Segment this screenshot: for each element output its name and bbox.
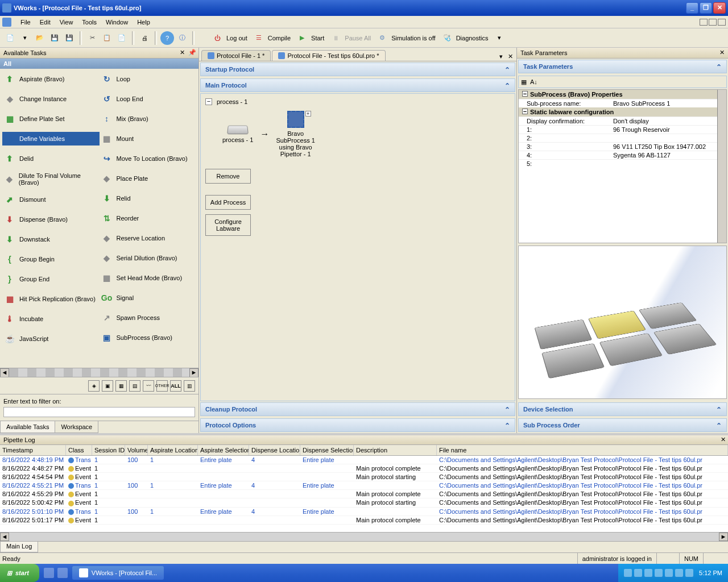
log-row[interactable]: 8/16/2022 5:01:17 PMEvent1Main protocol … bbox=[0, 516, 728, 525]
filter-icon-2[interactable]: ▣ bbox=[102, 380, 113, 392]
filter-input[interactable] bbox=[3, 407, 195, 417]
process-node[interactable]: process - 1 bbox=[222, 125, 253, 143]
property-group[interactable]: −Static labware configuration bbox=[519, 107, 726, 117]
property-row[interactable]: Sub-process name:Bravo SubProcess 1 bbox=[519, 99, 726, 107]
log-column-header[interactable]: Dispense Location bbox=[249, 445, 300, 455]
task-item[interactable]: }Group End bbox=[2, 272, 100, 286]
log-row[interactable]: 8/16/2022 4:54:54 PMEvent1Main protocol … bbox=[0, 473, 728, 481]
log-column-header[interactable]: Timestamp bbox=[0, 445, 66, 455]
task-item[interactable]: {Group Begin bbox=[2, 252, 100, 266]
property-row[interactable]: Display confirmation:Don't display bbox=[519, 117, 726, 125]
tray-icon[interactable] bbox=[665, 569, 673, 577]
menu-edit[interactable]: Edit bbox=[35, 18, 55, 27]
task-list-scrollbar[interactable]: ◄► bbox=[0, 368, 198, 377]
task-item[interactable]: ↻Loop bbox=[100, 72, 197, 86]
task-item[interactable]: GoSignal bbox=[100, 291, 197, 305]
log-row[interactable]: 8/16/2022 4:48:19 PMTrans11001Entire pla… bbox=[0, 456, 728, 464]
pane-close-icon[interactable]: ✕ bbox=[718, 49, 726, 57]
log-column-header[interactable]: Volume bbox=[125, 445, 148, 455]
taskbar-app-button[interactable]: VWorks - [Protocol Fil... bbox=[72, 566, 164, 580]
tray-icon[interactable] bbox=[655, 569, 663, 577]
filter-other-button[interactable]: OTHER bbox=[156, 380, 168, 392]
system-tray[interactable]: 5:12 PM bbox=[618, 564, 728, 582]
task-item[interactable]: ⬇Relid bbox=[100, 192, 197, 205]
document-tab-1[interactable]: Protocol File - 1 * bbox=[201, 50, 271, 61]
log-row[interactable]: 8/16/2022 4:55:21 PMTrans11001Entire pla… bbox=[0, 481, 728, 490]
tray-icon[interactable] bbox=[675, 569, 683, 577]
menu-help[interactable]: Help bbox=[133, 18, 155, 27]
start-icon[interactable]: ▶ bbox=[295, 31, 309, 45]
tab-workspace[interactable]: Workspace bbox=[55, 421, 98, 433]
filter-icon-1[interactable]: ◈ bbox=[88, 380, 100, 392]
diagnostics-dropdown-icon[interactable]: ▾ bbox=[493, 31, 506, 45]
property-scrollbar[interactable] bbox=[717, 90, 726, 243]
logout-button[interactable]: Log out bbox=[225, 35, 251, 41]
mdi-close-button[interactable] bbox=[718, 19, 726, 26]
paste-icon[interactable]: 📄 bbox=[115, 31, 129, 45]
categorize-icon[interactable]: ▦ bbox=[521, 78, 527, 86]
task-item[interactable]: ◆Reserve Location bbox=[100, 231, 197, 245]
log-scroll-right[interactable]: ► bbox=[719, 533, 728, 541]
property-row[interactable]: 1:96 Trough Reservoir bbox=[519, 125, 726, 134]
protocol-options-header[interactable]: Protocol Options⌃ bbox=[200, 418, 515, 432]
menu-tools[interactable]: Tools bbox=[77, 18, 101, 27]
all-category-header[interactable]: All bbox=[0, 59, 198, 69]
minimize-button[interactable]: _ bbox=[686, 2, 698, 14]
log-column-header[interactable]: Session ID bbox=[92, 445, 125, 455]
quick-launch-icon[interactable] bbox=[44, 568, 54, 578]
menu-view[interactable]: View bbox=[55, 18, 78, 27]
start-button[interactable]: ⊞start bbox=[0, 564, 39, 582]
log-column-header[interactable]: Aspirate Location bbox=[148, 445, 198, 455]
about-icon[interactable]: ⓘ bbox=[175, 31, 189, 45]
task-item[interactable]: ▦Define Plate Set bbox=[2, 112, 100, 126]
compile-button[interactable]: Compile bbox=[267, 35, 294, 41]
save-icon[interactable]: 💾 bbox=[48, 31, 61, 45]
property-group[interactable]: −SubProcess (Bravo) Properties bbox=[519, 90, 726, 99]
task-item[interactable]: ↗Spawn Process bbox=[100, 311, 197, 325]
property-row[interactable]: 3:96 V11 LT250 Tip Box 19477.002 bbox=[519, 142, 726, 151]
task-item[interactable]: ⬆Delid bbox=[2, 152, 100, 165]
collapse-icon[interactable]: − bbox=[205, 98, 212, 105]
diagnostics-icon[interactable]: 🩺 bbox=[440, 31, 454, 45]
open-icon[interactable]: 📂 bbox=[33, 31, 47, 45]
property-row[interactable]: 5: bbox=[519, 159, 726, 168]
task-item[interactable]: ◆Place Plate bbox=[100, 172, 197, 185]
mdi-minimize-button[interactable] bbox=[700, 19, 708, 26]
device-selection-header[interactable]: Device Selection⌃ bbox=[518, 402, 727, 416]
task-parameters-section[interactable]: Task Parameters⌃ bbox=[518, 60, 727, 73]
log-column-header[interactable]: Aspirate Selection bbox=[198, 445, 249, 455]
log-column-header[interactable]: Class bbox=[66, 445, 92, 455]
task-item[interactable]: =χDefine Variables bbox=[2, 132, 100, 146]
filter-all-button[interactable]: ALL bbox=[170, 380, 181, 392]
log-column-header[interactable]: Description bbox=[354, 445, 437, 455]
add-step-icon[interactable]: + bbox=[305, 111, 311, 117]
cut-icon[interactable]: ✂ bbox=[85, 31, 99, 45]
print-icon[interactable]: 🖨 bbox=[138, 31, 151, 45]
tray-icon[interactable] bbox=[634, 569, 642, 577]
add-process-button[interactable]: Add Process bbox=[205, 195, 251, 210]
configure-labware-button[interactable]: Configure Labware bbox=[205, 214, 251, 236]
log-row[interactable]: 8/16/2022 4:48:27 PMEvent1Main protocol … bbox=[0, 464, 728, 473]
filter-icon-7[interactable]: ▥ bbox=[184, 380, 195, 392]
new-dropdown-icon[interactable]: ▾ bbox=[18, 31, 32, 45]
log-scroll-left[interactable]: ◄ bbox=[0, 533, 9, 541]
task-item[interactable]: ↪Move To Location (Bravo) bbox=[100, 152, 197, 165]
tray-icon[interactable] bbox=[644, 569, 652, 577]
pane-pin-icon[interactable]: 📌 bbox=[188, 49, 196, 57]
log-column-header[interactable]: Dispense Selection bbox=[300, 445, 354, 455]
menu-file[interactable]: File bbox=[16, 18, 35, 27]
close-button[interactable]: ✕ bbox=[713, 2, 726, 14]
task-item[interactable]: ⬇Dispense (Bravo) bbox=[2, 213, 100, 226]
tab-dropdown-icon[interactable]: ▾ bbox=[497, 53, 505, 61]
pane-close-icon[interactable]: ✕ bbox=[178, 49, 186, 57]
menu-window[interactable]: Window bbox=[101, 18, 133, 27]
task-item[interactable]: 🌡Incubate bbox=[2, 312, 100, 326]
task-item[interactable]: ▣SubProcess (Bravo) bbox=[100, 331, 197, 344]
task-item[interactable]: ▦Mount bbox=[100, 132, 197, 146]
log-grid[interactable]: TimestampClassSession IDVolumeAspirate L… bbox=[0, 445, 728, 532]
quick-launch-icon[interactable] bbox=[57, 568, 68, 578]
tab-available-tasks[interactable]: Available Tasks bbox=[0, 421, 55, 433]
task-item[interactable]: ⬈Dismount bbox=[2, 193, 100, 206]
log-close-icon[interactable]: ✕ bbox=[721, 436, 726, 443]
task-item[interactable]: ◆Serial Dilution (Bravo) bbox=[100, 251, 197, 265]
